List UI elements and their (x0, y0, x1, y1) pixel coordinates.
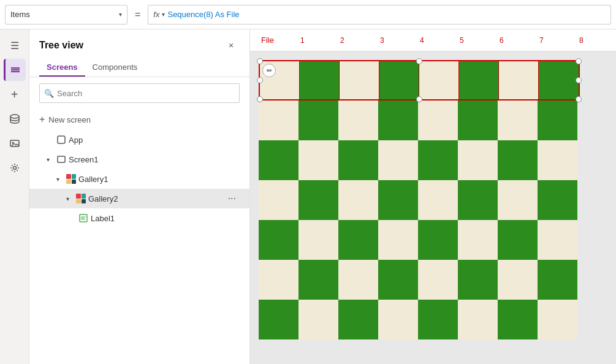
icon-bar: ☰ + (0, 29, 29, 364)
edit-icon[interactable]: ✏ (262, 64, 276, 77)
handle-bl[interactable] (257, 96, 263, 102)
formula-text: Sequence(8) As File (167, 10, 606, 19)
file-tab[interactable]: File (255, 33, 280, 47)
col-1: 1 (283, 36, 322, 45)
handle-mr[interactable] (576, 77, 582, 83)
checker-cell (498, 260, 538, 300)
tree-search-container: 🔍 (39, 83, 240, 103)
hamburger-icon[interactable]: ☰ (4, 34, 26, 56)
checker-cell (538, 300, 577, 339)
checker-cell (418, 100, 458, 140)
checker-row-1 (259, 100, 580, 140)
new-screen-button[interactable]: + New screen (29, 109, 249, 130)
col-7: 7 (522, 36, 561, 45)
checkerboard-container: ✏ (259, 60, 580, 339)
svg-rect-8 (58, 156, 65, 162)
checker-cell (378, 260, 418, 300)
tree-close-button[interactable]: × (222, 37, 240, 54)
checker-cell (418, 140, 458, 180)
add-icon[interactable]: + (4, 83, 26, 105)
gallery2-more-button[interactable]: ··· (224, 192, 240, 205)
gallery1-expand-icon: ▾ (56, 176, 64, 183)
handle-tm[interactable] (416, 58, 422, 64)
settings-icon[interactable] (4, 157, 26, 179)
gallery2-expand-icon: ▾ (66, 195, 74, 202)
checker-cell (418, 300, 458, 339)
media-icon[interactable] (4, 132, 26, 154)
layers-icon[interactable] (4, 59, 26, 81)
canvas-scroll[interactable]: ✏ (250, 51, 616, 364)
items-dropdown-label: Items (10, 10, 116, 19)
tree-item-gallery1[interactable]: ▾ Gallery1 (29, 169, 249, 189)
svg-point-5 (12, 142, 13, 144)
handle-tr[interactable] (576, 58, 582, 64)
checker-cell (378, 100, 418, 140)
tree-item-app[interactable]: App (29, 130, 249, 150)
checker-cell (338, 300, 378, 339)
fx-bar[interactable]: fx ▾ Sequence(8) As File (148, 5, 611, 25)
checker-row-4 (259, 220, 580, 260)
dropdown-arrow-icon: ▾ (119, 11, 122, 18)
checker-cell (418, 220, 458, 260)
tree-item-screen1[interactable]: ▾ Screen1 (29, 150, 249, 169)
checker-cell (298, 180, 338, 220)
checker-cell (259, 220, 298, 260)
new-screen-label: New screen (48, 115, 91, 124)
app-label: App (69, 135, 240, 145)
checker-cell (538, 260, 577, 300)
checker-cell (259, 100, 298, 140)
checker-cell (498, 220, 538, 260)
selected-gallery-strip[interactable]: ✏ (259, 60, 580, 100)
data-icon[interactable] (4, 108, 26, 130)
handle-tl[interactable] (257, 58, 263, 64)
checker-cell (338, 260, 378, 300)
checker-cell (498, 100, 538, 140)
canvas-top-bar: File 1 2 3 4 5 6 7 8 (250, 29, 616, 51)
tab-screens[interactable]: Screens (39, 59, 85, 77)
label1-label: Label1 (91, 214, 240, 223)
gallery-cell-5 (419, 61, 459, 99)
tree-item-gallery2[interactable]: ▾ Gallery2 ··· (29, 189, 249, 208)
checker-cell (338, 100, 378, 140)
checker-cell (378, 220, 418, 260)
tree-tabs: Screens Components (29, 59, 249, 77)
svg-point-6 (13, 167, 16, 170)
col-2: 2 (322, 36, 362, 45)
checker-cell (498, 140, 538, 180)
checker-cell (458, 180, 498, 220)
handle-br[interactable] (576, 96, 582, 102)
checker-row-5 (259, 260, 580, 300)
tree-panel: Tree view × Screens Components 🔍 + New s… (29, 29, 250, 364)
screen1-label: Screen1 (69, 155, 240, 164)
items-dropdown[interactable]: Items ▾ (5, 5, 127, 25)
gallery-cell-4 (379, 61, 419, 99)
checker-cell (418, 260, 458, 300)
svg-rect-1 (11, 69, 20, 70)
col-6: 6 (482, 36, 522, 45)
gallery-cell-1: ✏ (260, 61, 300, 99)
handle-bm[interactable] (416, 96, 422, 102)
gallery1-label: Gallery1 (78, 175, 240, 184)
handle-ml[interactable] (257, 77, 263, 83)
checker-cell (458, 140, 498, 180)
tab-components[interactable]: Components (85, 59, 145, 77)
svg-rect-7 (58, 136, 65, 143)
search-input[interactable] (39, 83, 240, 103)
label1-icon (78, 213, 88, 223)
checker-cell (418, 180, 458, 220)
checker-cell (498, 300, 538, 339)
checker-cell (458, 100, 498, 140)
tree-item-label1[interactable]: Label1 (29, 208, 249, 228)
checker-cell (378, 140, 418, 180)
top-bar: Items ▾ = fx ▾ Sequence(8) As File (0, 0, 616, 29)
checker-cell (458, 260, 498, 300)
gallery-cell-3 (340, 61, 379, 99)
checker-cell (338, 180, 378, 220)
checker-cell (259, 140, 298, 180)
checker-cell (259, 180, 298, 220)
gallery-cell-2 (300, 61, 340, 99)
checker-cell (298, 260, 338, 300)
checker-row-6 (259, 300, 580, 339)
checker-cell (298, 140, 338, 180)
checkerboard (259, 100, 580, 339)
